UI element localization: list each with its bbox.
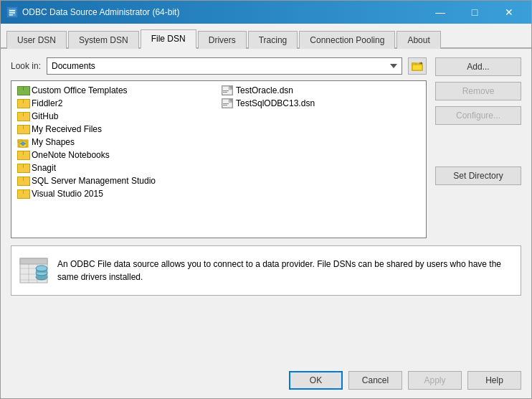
svg-rect-3 bbox=[9, 14, 13, 16]
folder-icon bbox=[17, 112, 29, 121]
apply-button[interactable]: Apply bbox=[408, 371, 462, 390]
svg-point-31 bbox=[36, 266, 47, 271]
remove-button[interactable]: Remove bbox=[435, 82, 521, 100]
list-item[interactable]: GitHub bbox=[14, 110, 219, 123]
list-item[interactable]: SQL Server Management Studio bbox=[14, 174, 219, 187]
info-section: An ODBC File data source allows you to c… bbox=[11, 245, 521, 296]
dsn-icon-img bbox=[222, 85, 233, 95]
file-name: Fiddler2 bbox=[32, 98, 62, 108]
svg-rect-2 bbox=[9, 12, 15, 14]
file-name: GitHub bbox=[32, 111, 58, 121]
list-item[interactable]: Visual Studio 2015 bbox=[14, 187, 219, 200]
list-item[interactable]: My Received Files bbox=[14, 123, 219, 136]
svg-rect-6 bbox=[412, 65, 422, 70]
list-item[interactable]: My Shapes bbox=[14, 136, 219, 149]
file-list[interactable]: Custom Office Templates bbox=[11, 80, 427, 238]
file-name: SQL Server Management Studio bbox=[32, 176, 156, 186]
browse-folder-button[interactable] bbox=[408, 57, 427, 75]
tab-system-dsn[interactable]: System DSN bbox=[68, 31, 139, 49]
folder-icon bbox=[17, 151, 29, 160]
look-in-row: Look in: Documents bbox=[11, 57, 427, 75]
window-content: User DSN System DSN File DSN Drivers Tra… bbox=[1, 24, 531, 398]
side-buttons-panel: Add... Remove Configure... Set Directory bbox=[435, 57, 521, 238]
maximize-button[interactable]: □ bbox=[458, 1, 491, 24]
list-item[interactable]: Custom Office Templates bbox=[14, 84, 219, 97]
svg-rect-10 bbox=[223, 90, 229, 91]
folder-icon bbox=[17, 86, 29, 95]
folder-icon bbox=[17, 164, 29, 173]
file-name: TestSqlODBC13.dsn bbox=[236, 98, 315, 108]
tab-about[interactable]: About bbox=[396, 31, 440, 49]
title-bar: ODBC Data Source Administrator (64-bit) … bbox=[1, 1, 531, 24]
file-panel: Look in: Documents bbox=[11, 57, 427, 238]
tab-drivers[interactable]: Drivers bbox=[198, 31, 247, 49]
tab-user-dsn[interactable]: User DSN bbox=[6, 31, 67, 49]
title-controls: — □ ✕ bbox=[424, 1, 526, 24]
folder-icon bbox=[17, 99, 29, 108]
dsn-icon bbox=[222, 98, 233, 108]
folder-icon bbox=[17, 189, 29, 199]
list-item[interactable]: TestSqlODBC13.dsn bbox=[219, 97, 423, 110]
set-directory-button[interactable]: Set Directory bbox=[435, 166, 521, 185]
svg-marker-9 bbox=[229, 86, 232, 90]
svg-rect-21 bbox=[20, 258, 47, 264]
file-name: My Shapes bbox=[32, 137, 75, 147]
svg-rect-15 bbox=[223, 103, 229, 104]
tab-tracing[interactable]: Tracing bbox=[248, 31, 298, 49]
file-name: TestOracle.dsn bbox=[236, 85, 293, 95]
list-item[interactable]: Snagit bbox=[14, 161, 219, 174]
folder-icon bbox=[17, 125, 29, 134]
cancel-button[interactable]: Cancel bbox=[348, 371, 402, 390]
file-name: Visual Studio 2015 bbox=[32, 189, 103, 199]
help-button[interactable]: Help bbox=[467, 371, 521, 390]
list-item[interactable]: OneNote Notebooks bbox=[14, 149, 219, 161]
add-button[interactable]: Add... bbox=[435, 57, 521, 76]
file-name: My Received Files bbox=[32, 124, 102, 134]
svg-rect-16 bbox=[223, 105, 227, 105]
close-button[interactable]: ✕ bbox=[493, 1, 526, 24]
title-bar-left: ODBC Data Source Administrator (64-bit) bbox=[6, 6, 179, 18]
svg-marker-14 bbox=[229, 99, 232, 103]
look-in-label: Look in: bbox=[11, 61, 41, 71]
window-title: ODBC Data Source Administrator (64-bit) bbox=[22, 7, 179, 17]
database-icon bbox=[19, 255, 49, 286]
info-text: An ODBC File data source allows you to c… bbox=[57, 258, 513, 283]
file-name: Custom Office Templates bbox=[32, 85, 128, 95]
dsn-icon bbox=[222, 85, 233, 95]
window-icon bbox=[6, 6, 18, 18]
top-section: Look in: Documents bbox=[11, 57, 521, 238]
folder-icon bbox=[17, 177, 29, 186]
tab-connection-pooling[interactable]: Connection Pooling bbox=[299, 31, 395, 49]
ok-button[interactable]: OK bbox=[289, 371, 343, 390]
svg-marker-8 bbox=[229, 86, 232, 90]
svg-rect-1 bbox=[9, 10, 15, 11]
main-content-area: Look in: Documents bbox=[1, 49, 531, 365]
list-item[interactable]: Fiddler2 bbox=[14, 97, 219, 110]
list-item[interactable]: TestOracle.dsn bbox=[219, 84, 423, 97]
svg-marker-13 bbox=[229, 99, 232, 103]
file-name: Snagit bbox=[32, 163, 56, 173]
configure-button[interactable]: Configure... bbox=[435, 106, 521, 125]
dsn-icon-img bbox=[222, 98, 233, 108]
tab-file-dsn[interactable]: File DSN bbox=[141, 29, 196, 49]
tab-bar: User DSN System DSN File DSN Drivers Tra… bbox=[1, 24, 531, 49]
minimize-button[interactable]: — bbox=[424, 1, 457, 24]
main-window: ODBC Data Source Administrator (64-bit) … bbox=[0, 0, 532, 399]
bottom-buttons-bar: OK Cancel Apply Help bbox=[1, 365, 531, 398]
file-name: OneNote Notebooks bbox=[32, 150, 110, 160]
look-in-combo[interactable]: Documents bbox=[47, 57, 402, 75]
svg-rect-11 bbox=[223, 92, 227, 93]
